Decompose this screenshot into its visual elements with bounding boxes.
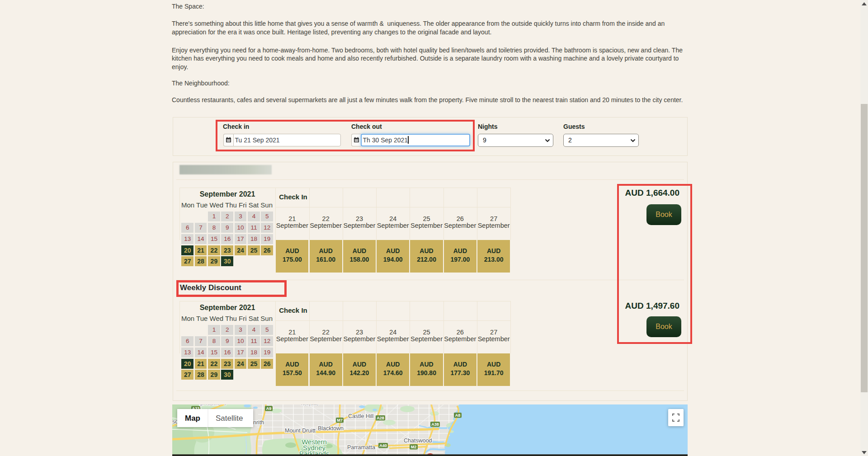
svg-text:A9: A9 <box>266 406 272 411</box>
svg-text:Castle Hill: Castle Hill <box>348 413 373 419</box>
svg-text:A28: A28 <box>377 416 384 420</box>
svg-text:A8: A8 <box>455 413 461 418</box>
svg-text:Satellite: Satellite <box>216 414 243 423</box>
svg-text:M2: M2 <box>411 445 417 449</box>
svg-text:Blacktown: Blacktown <box>318 425 344 432</box>
svg-text:Parramatta: Parramatta <box>347 444 375 451</box>
svg-text:A40: A40 <box>379 443 387 448</box>
svg-text:Mount Druitt: Mount Druitt <box>285 428 316 434</box>
svg-text:Kellyville: Kellyville <box>301 404 319 406</box>
svg-text:nrith: nrith <box>253 419 264 426</box>
svg-text:A38: A38 <box>431 422 439 427</box>
svg-text:M7: M7 <box>337 418 343 423</box>
svg-text:Chatswood: Chatswood <box>404 437 432 444</box>
svg-text:Map: Map <box>185 414 200 423</box>
